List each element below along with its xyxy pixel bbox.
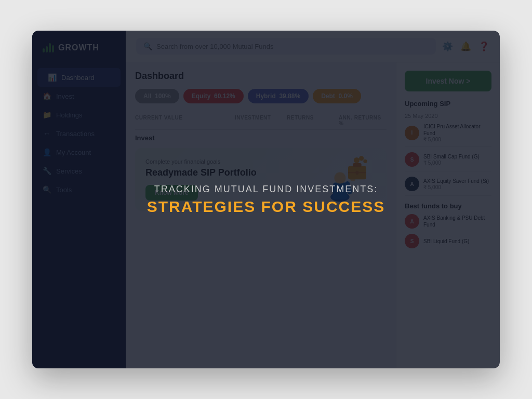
- overlay: Tracking Mutual Fund Investments: Strate…: [32, 31, 500, 368]
- overlay-subtitle: Tracking Mutual Fund Investments:: [154, 184, 378, 195]
- overlay-title: Strategies for Success: [147, 198, 385, 216]
- browser-window: GROWTH 📊 Dashboard 🏠 Invest 📁 Holdings ↔…: [32, 31, 500, 368]
